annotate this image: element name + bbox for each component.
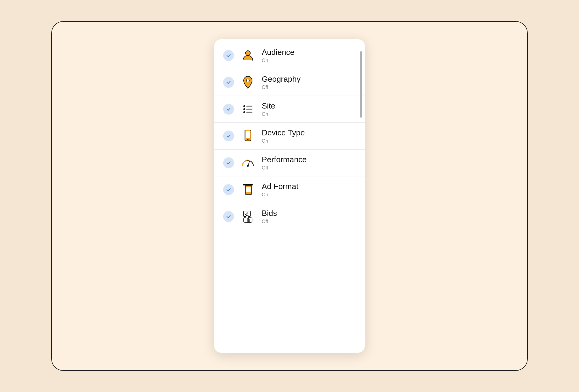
list-item-geography[interactable]: Geography Off bbox=[214, 69, 365, 96]
bids-icon bbox=[240, 209, 256, 224]
svg-point-2 bbox=[243, 105, 245, 107]
list-item-device-type[interactable]: Device Type On bbox=[214, 123, 365, 150]
checkbox-geography[interactable] bbox=[223, 77, 234, 88]
svg-point-10 bbox=[247, 139, 248, 140]
audience-status: On bbox=[262, 58, 356, 63]
svg-point-1 bbox=[246, 79, 249, 82]
bids-status: Off bbox=[262, 219, 356, 224]
checkbox-performance[interactable] bbox=[223, 157, 234, 168]
scrollbar-track[interactable] bbox=[360, 45, 362, 347]
svg-point-12 bbox=[247, 165, 249, 167]
site-text: Site On bbox=[262, 101, 356, 117]
list-item-audience[interactable]: Audience On bbox=[214, 42, 365, 69]
device-type-status: On bbox=[262, 138, 356, 144]
background-card: Audience On Geography bbox=[51, 21, 528, 371]
ad-format-text: Ad Format On bbox=[262, 182, 356, 197]
svg-rect-15 bbox=[246, 187, 251, 192]
ad-format-status: On bbox=[262, 192, 356, 198]
checkmark-icon bbox=[226, 80, 231, 85]
checkmark-icon bbox=[226, 214, 231, 219]
device-type-text: Device Type On bbox=[262, 128, 356, 144]
site-title: Site bbox=[262, 101, 356, 111]
checkbox-audience[interactable] bbox=[223, 50, 234, 61]
scrollbar-thumb[interactable] bbox=[360, 51, 362, 118]
list-item-site[interactable]: Site On bbox=[214, 96, 365, 123]
site-status: On bbox=[262, 112, 356, 117]
geography-text: Geography Off bbox=[262, 74, 356, 90]
checkmark-icon bbox=[226, 187, 231, 192]
checkmark-icon bbox=[226, 106, 231, 112]
bids-text: Bids Off bbox=[262, 209, 356, 224]
checkbox-device-type[interactable] bbox=[223, 131, 234, 141]
svg-point-0 bbox=[245, 51, 250, 55]
checkmark-icon bbox=[226, 133, 231, 139]
geography-icon bbox=[240, 74, 256, 90]
audience-title: Audience bbox=[262, 48, 356, 57]
audience-text: Audience On bbox=[262, 48, 356, 63]
audience-icon bbox=[240, 48, 256, 63]
list-item-ad-format[interactable]: Ad Format On bbox=[214, 176, 365, 203]
performance-text: Performance Off bbox=[262, 155, 356, 170]
ad-format-icon bbox=[240, 182, 256, 198]
performance-icon bbox=[240, 155, 256, 171]
checkbox-bids[interactable] bbox=[223, 211, 234, 222]
device-type-icon bbox=[240, 128, 256, 144]
svg-rect-9 bbox=[246, 131, 250, 138]
checkbox-site[interactable] bbox=[223, 104, 234, 115]
geography-title: Geography bbox=[262, 74, 356, 84]
checkbox-ad-format[interactable] bbox=[223, 184, 234, 195]
performance-status: Off bbox=[262, 165, 356, 171]
ad-format-title: Ad Format bbox=[262, 182, 356, 191]
list-container: Audience On Geography bbox=[214, 39, 365, 353]
performance-title: Performance bbox=[262, 155, 356, 164]
list-item-bids[interactable]: Bids Off bbox=[214, 203, 365, 230]
site-icon bbox=[240, 101, 256, 117]
device-type-title: Device Type bbox=[262, 128, 356, 138]
checkmark-icon bbox=[226, 160, 231, 166]
bids-title: Bids bbox=[262, 209, 356, 218]
svg-point-4 bbox=[243, 108, 245, 110]
panel: Audience On Geography bbox=[214, 39, 365, 353]
svg-point-6 bbox=[243, 111, 245, 113]
list-item-performance[interactable]: Performance Off bbox=[214, 150, 365, 176]
checkmark-icon bbox=[226, 53, 231, 58]
geography-status: Off bbox=[262, 85, 356, 90]
